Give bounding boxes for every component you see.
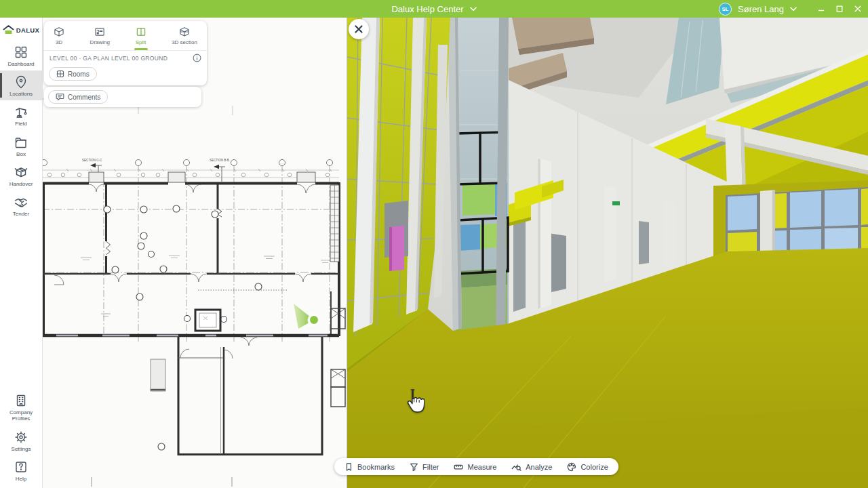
project-menu-label: Dalux Help Center bbox=[391, 4, 463, 14]
section-label-bb: SECTION B-B bbox=[210, 159, 229, 162]
cube-3d-icon bbox=[54, 26, 64, 37]
dalux-house-icon bbox=[3, 25, 14, 35]
chevron-down-icon[interactable] bbox=[790, 7, 797, 12]
sidebar-item-box[interactable]: Box bbox=[0, 131, 42, 161]
tab-label: 3D section bbox=[172, 39, 197, 45]
sidebar-item-locations[interactable]: Locations bbox=[0, 70, 42, 100]
filter-icon bbox=[410, 462, 418, 472]
colorize-icon bbox=[567, 462, 576, 472]
level-selector[interactable]: LEVEL 00 · GA PLAN LEVEL 00 GROUND bbox=[44, 50, 207, 65]
tab-3d[interactable]: 3D bbox=[51, 25, 67, 50]
tab-label: 3D bbox=[56, 39, 62, 45]
sidebar-item-label: Tender bbox=[13, 211, 29, 217]
viewer-3d-canvas[interactable] bbox=[347, 18, 868, 488]
crane-icon bbox=[14, 104, 28, 119]
titlebar: Dalux Help Center SL Søren Lang bbox=[0, 0, 868, 18]
rooms-button[interactable]: Rooms bbox=[49, 67, 97, 81]
floorplan-pane: SECTION C-C SECTION B-B bbox=[43, 18, 347, 488]
bookmark-icon bbox=[344, 462, 353, 472]
sidebar-item-label: Locations bbox=[9, 91, 33, 97]
sidebar-item-label: Dashboard bbox=[7, 61, 34, 67]
sidebar: DALUX Dashboard Locations Field Box Hand bbox=[0, 18, 43, 488]
avatar[interactable]: SL bbox=[719, 3, 732, 16]
dalux-logo[interactable]: DALUX bbox=[3, 25, 40, 35]
close-window-button[interactable] bbox=[854, 5, 861, 12]
drawing-icon bbox=[94, 26, 105, 37]
colorize-button[interactable]: Colorize bbox=[559, 458, 615, 475]
package-icon bbox=[14, 165, 28, 180]
close-viewer-button[interactable] bbox=[349, 19, 369, 39]
comments-card: Comments bbox=[44, 87, 201, 107]
toolbar-label: Bookmarks bbox=[357, 463, 395, 471]
tab-split[interactable]: Split bbox=[133, 25, 149, 50]
toolbar-label: Measure bbox=[467, 463, 496, 471]
sidebar-item-handover[interactable]: Handover bbox=[0, 161, 42, 190]
toolbar-label: Filter bbox=[422, 463, 439, 471]
comments-button-label: Comments bbox=[68, 94, 100, 101]
location-pin-icon bbox=[14, 75, 28, 89]
sidebar-item-company-profiles[interactable]: Company Profiles bbox=[0, 389, 42, 425]
logo-text: DALUX bbox=[16, 26, 40, 34]
toolbar-label: Analyze bbox=[526, 463, 552, 471]
project-menu[interactable]: Dalux Help Center bbox=[391, 4, 476, 14]
rooms-button-label: Rooms bbox=[68, 70, 90, 78]
avatar-initials: SL bbox=[722, 6, 729, 12]
sidebar-item-label: Handover bbox=[9, 181, 33, 187]
rooms-icon bbox=[56, 70, 64, 78]
analyze-button[interactable]: Analyze bbox=[504, 458, 559, 475]
sidebar-item-label: Box bbox=[16, 151, 26, 157]
split-view-icon bbox=[136, 26, 146, 37]
sidebar-item-label: Help bbox=[16, 476, 26, 482]
tab-3d-section[interactable]: 3D section bbox=[169, 25, 200, 50]
comment-icon bbox=[56, 93, 64, 101]
gear-icon bbox=[14, 430, 28, 445]
cube-section-icon bbox=[179, 26, 190, 37]
building-icon bbox=[14, 393, 28, 408]
sidebar-item-field[interactable]: Field bbox=[0, 100, 42, 130]
close-icon bbox=[354, 24, 363, 34]
chevron-down-icon bbox=[470, 7, 477, 12]
maximize-button[interactable] bbox=[836, 5, 843, 12]
handshake-icon bbox=[14, 195, 28, 209]
elevator-box bbox=[195, 310, 220, 331]
view-mode-tabs: 3D Drawing Split 3D section bbox=[44, 21, 207, 50]
exit-sign bbox=[612, 201, 620, 205]
dalux-app-window: Dalux Help Center SL Søren Lang DALUX bbox=[0, 0, 868, 488]
user-menu[interactable]: Søren Lang bbox=[738, 4, 784, 14]
dashboard-icon bbox=[14, 45, 28, 60]
section-label-cc: SECTION C-C bbox=[82, 159, 102, 162]
sidebar-item-label: Field bbox=[15, 121, 26, 127]
viewer-toolbar: Bookmarks Filter Measure Analyze Coloriz… bbox=[334, 458, 618, 475]
sidebar-item-help[interactable]: Help bbox=[0, 455, 42, 485]
tab-label: Drawing bbox=[90, 39, 110, 45]
level-label: LEVEL 00 · GA PLAN LEVEL 00 GROUND bbox=[50, 55, 193, 62]
sidebar-item-dashboard[interactable]: Dashboard bbox=[0, 41, 42, 70]
measure-icon bbox=[454, 462, 463, 472]
measure-button[interactable]: Measure bbox=[446, 458, 504, 475]
atrium-glass-tower bbox=[448, 18, 509, 338]
minimize-button[interactable] bbox=[818, 5, 825, 12]
info-icon[interactable] bbox=[193, 54, 201, 62]
help-icon bbox=[14, 460, 28, 474]
sidebar-item-tender[interactable]: Tender bbox=[0, 190, 42, 220]
toolbar-label: Colorize bbox=[580, 463, 608, 471]
tab-label: Split bbox=[136, 39, 146, 45]
view-mode-card: 3D Drawing Split 3D section bbox=[44, 21, 207, 85]
sidebar-item-settings[interactable]: Settings bbox=[0, 426, 42, 455]
sidebar-item-label: Company Profiles bbox=[0, 409, 42, 422]
viewer-3d-pane bbox=[347, 18, 868, 488]
sidebar-item-label: Settings bbox=[12, 446, 31, 452]
analyze-icon bbox=[511, 462, 521, 472]
filter-button[interactable]: Filter bbox=[402, 458, 446, 475]
comments-button[interactable]: Comments bbox=[48, 90, 108, 104]
folder-icon bbox=[14, 135, 28, 150]
tab-drawing[interactable]: Drawing bbox=[87, 25, 113, 50]
bookmarks-button[interactable]: Bookmarks bbox=[337, 458, 402, 475]
